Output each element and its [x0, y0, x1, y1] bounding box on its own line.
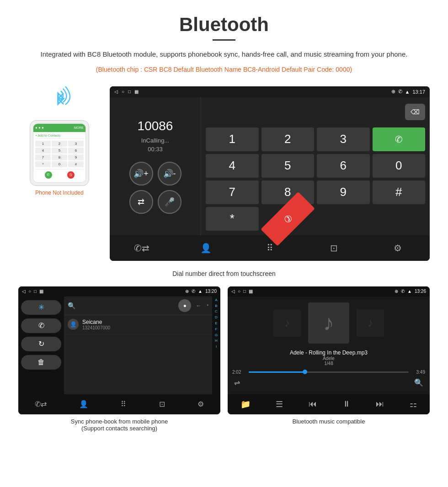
signal-icon: ▲: [405, 89, 410, 95]
volume-down-button[interactable]: 🔊-: [158, 162, 181, 185]
music-eq-icon[interactable]: ⚏: [410, 399, 417, 409]
nav-calls-icon[interactable]: ✆⇄: [133, 239, 151, 257]
music-time: 13:26: [415, 289, 426, 294]
back-icon: ◁: [114, 89, 118, 94]
contact-avatar: 👤: [68, 319, 79, 330]
phonebook-screen: ◁ ○ □ ▦ ⊕ ✆ ▲ 13:20: [18, 286, 220, 414]
pb-back-arrow: ←: [196, 302, 201, 309]
music-menu-icon: ▦: [249, 289, 253, 294]
music-track-info: 1/48: [232, 361, 425, 366]
gps-icon: ⊕: [391, 89, 395, 95]
bluetooth-signal-icon: [43, 86, 75, 114]
mic-button[interactable]: 🎤: [158, 190, 181, 214]
dialer-statusbar: ◁ ○ □ ▦ ⊕ ✆ ▲ 13:17: [110, 86, 430, 97]
key-4[interactable]: 4: [206, 154, 259, 178]
music-artist: Adele: [232, 356, 425, 361]
music-current-time: 2:02: [232, 370, 246, 375]
phonebook-search-icon: 🔍: [68, 302, 75, 309]
page-title: Bluetooth: [18, 14, 430, 36]
nav-more-icon[interactable]: ⊡: [325, 239, 343, 257]
pb-nav-calls[interactable]: ✆⇄: [35, 400, 47, 408]
dialer-phone-number: 10086: [138, 119, 173, 133]
music-next-icon[interactable]: ⏭: [376, 399, 384, 409]
music-recent-icon: □: [243, 289, 246, 294]
key-7[interactable]: 7: [206, 180, 259, 204]
pb-star-marker: *: [207, 303, 208, 308]
delete-icon-button[interactable]: 🗑: [21, 355, 61, 370]
music-statusbar: ◁ ○ □ ▦ ⊕ ✆ ▲ 13:26: [228, 286, 430, 296]
key-call-green[interactable]: ✆: [373, 127, 426, 151]
dialer-body: 10086 InCalling... 00:33 🔊+ 🔊- ⇄ 🎤 ⌫: [110, 97, 430, 235]
key-6[interactable]: 6: [317, 154, 370, 178]
phone-call-green: ✆: [45, 171, 52, 179]
phone-column: ● ● ● MORE + Add to Contacts 123 456 789…: [18, 86, 101, 196]
bottom-screens-row: ◁ ○ □ ▦ ⊕ ✆ ▲ 13:20: [18, 286, 430, 434]
phonebook-statusbar: ◁ ○ □ ▦ ⊕ ✆ ▲ 13:20: [18, 286, 220, 296]
backspace-button[interactable]: ⌫: [405, 104, 425, 120]
contact-info: Seicane 13241007000: [82, 319, 110, 330]
alpha-g[interactable]: G: [212, 333, 220, 339]
phone-inner: ● ● ● MORE + Add to Contacts 123 456 789…: [33, 123, 86, 183]
phonebook-circle-button[interactable]: ●: [178, 299, 191, 312]
key-hash[interactable]: #: [373, 180, 426, 204]
music-caption: Bluetooth music compatible: [228, 418, 430, 425]
music-search-icon[interactable]: 🔍: [414, 378, 423, 387]
dialer-right-panel: ⌫ 1 2 3 ✆ 4 5 6 0 7 8 9 #: [201, 97, 430, 235]
nav-contacts-icon[interactable]: 👤: [197, 239, 215, 257]
music-shuffle-icon[interactable]: ⇌: [234, 378, 240, 387]
key-2[interactable]: 2: [261, 127, 315, 151]
pb-nav-more[interactable]: ⊡: [159, 400, 165, 408]
pb-signal-icon: ▲: [198, 289, 203, 294]
pb-nav-settings[interactable]: ⚙: [197, 400, 204, 408]
alpha-h[interactable]: H: [212, 338, 220, 344]
music-prev-icon[interactable]: ⏮: [309, 399, 317, 409]
switch-button[interactable]: ⇄: [129, 190, 153, 214]
phone-numpad: 123 456 789 *0#: [35, 141, 84, 167]
alpha-d[interactable]: D: [212, 315, 220, 321]
alpha-a[interactable]: A: [212, 297, 220, 303]
title-underline: [213, 39, 235, 41]
bt-icon-button[interactable]: ✳: [21, 300, 61, 315]
pb-nav-contacts[interactable]: 👤: [79, 400, 88, 408]
call-icon: ✆: [398, 89, 402, 95]
sync-icon-button[interactable]: ↻: [21, 337, 61, 351]
key-3[interactable]: 3: [317, 127, 370, 151]
alpha-c[interactable]: C: [212, 309, 220, 315]
volume-up-button[interactable]: 🔊+: [129, 162, 153, 185]
alpha-b[interactable]: B: [212, 303, 220, 309]
pb-call-icon: ✆: [192, 289, 195, 294]
music-signal-icon: ▲: [407, 289, 412, 294]
key-9[interactable]: 9: [317, 180, 370, 204]
music-list-icon[interactable]: ☰: [276, 399, 283, 409]
phonebook-caption: Sync phone-book from mobile phone(Suppor…: [18, 418, 220, 432]
progress-bar-background[interactable]: [249, 371, 409, 373]
alpha-f[interactable]: F: [212, 327, 220, 333]
key-5[interactable]: 5: [261, 154, 315, 178]
music-play-icon[interactable]: ⏸: [342, 399, 351, 409]
music-info: Adele - Rolling In the Deep.mp3 Adele 1/…: [232, 349, 425, 366]
nav-settings-icon[interactable]: ⚙: [389, 239, 407, 257]
dialer-screen: ◁ ○ □ ▦ ⊕ ✆ ▲ 13:17 10086 InCalling...: [110, 86, 430, 261]
pb-nav-dialpad[interactable]: ⠿: [121, 400, 126, 408]
music-home-icon: ○: [238, 289, 240, 294]
bluetooth-icon-area: [43, 86, 75, 116]
music-body: ♪ ♪ ♪ Adele - Rolling In the Deep.mp3: [228, 296, 430, 394]
music-folder-icon[interactable]: 📁: [240, 399, 251, 409]
progress-bar-fill: [249, 371, 305, 373]
key-star[interactable]: *: [206, 207, 259, 231]
key-0[interactable]: 0: [373, 154, 426, 178]
alpha-e[interactable]: E: [212, 321, 220, 327]
pb-time: 13:20: [205, 289, 217, 294]
alpha-i[interactable]: I: [212, 344, 220, 350]
call-icon-button[interactable]: ✆: [21, 318, 61, 333]
dialer-control-buttons: 🔊+ 🔊- ⇄ 🎤: [129, 162, 181, 214]
music-col: ◁ ○ □ ▦ ⊕ ✆ ▲ 13:26: [228, 286, 430, 434]
music-gps-icon: ⊕: [395, 289, 398, 294]
phone-call-red: ✆: [65, 169, 76, 180]
statusbar-nav-icons: ◁ ○ □ ▦: [114, 89, 139, 94]
phone-mockup: ● ● ● MORE + Add to Contacts 123 456 789…: [30, 120, 89, 186]
phonebook-contact-item[interactable]: 👤 Seicane 13241007000: [64, 315, 212, 334]
key-1[interactable]: 1: [206, 127, 259, 151]
dialer-input-row: ⌫: [206, 102, 425, 122]
music-total-time: 3:49: [411, 370, 425, 375]
